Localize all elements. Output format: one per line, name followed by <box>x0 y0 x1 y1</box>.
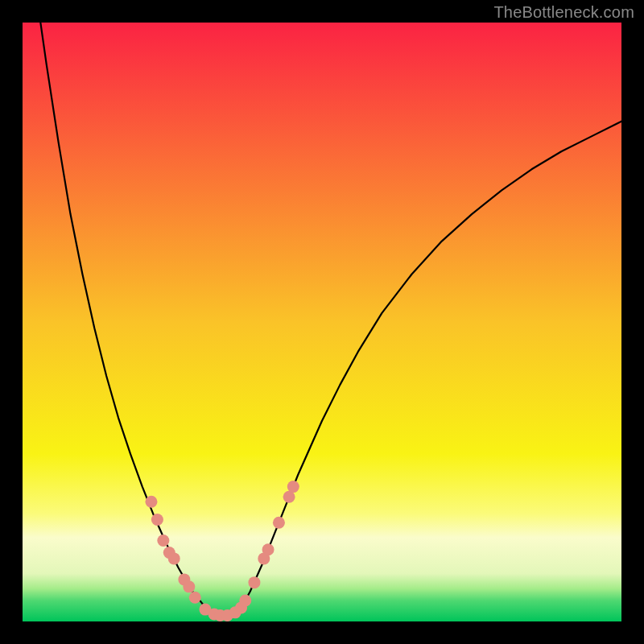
data-marker <box>157 535 169 547</box>
data-marker <box>239 594 251 606</box>
watermark-text: TheBottleneck.com <box>493 3 634 22</box>
data-marker <box>248 576 260 588</box>
data-marker <box>273 517 285 529</box>
data-marker <box>189 592 201 604</box>
data-marker <box>287 481 299 493</box>
bottleneck-chart <box>23 23 621 621</box>
data-marker <box>151 514 163 526</box>
data-marker <box>145 496 157 508</box>
data-marker <box>168 552 180 564</box>
data-marker <box>183 580 195 592</box>
gradient-background <box>23 23 621 621</box>
data-marker <box>262 543 275 555</box>
